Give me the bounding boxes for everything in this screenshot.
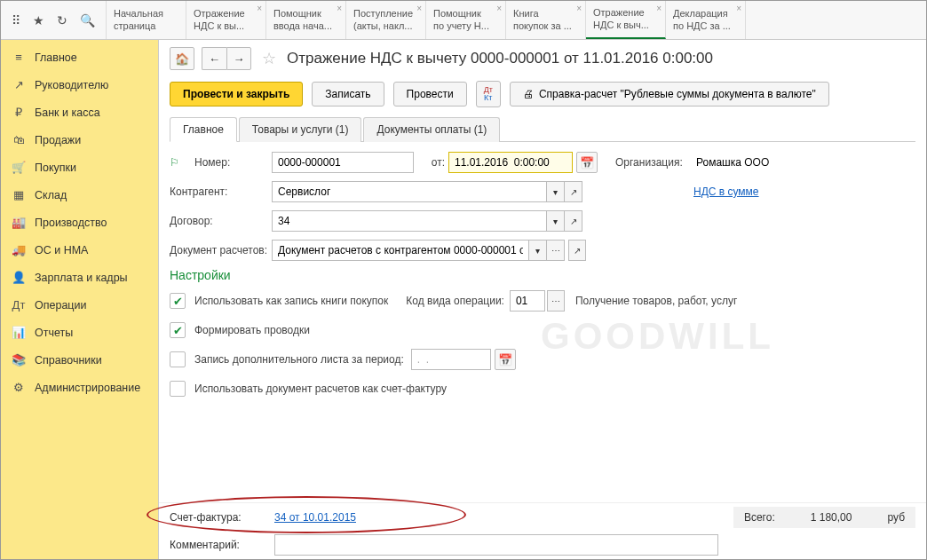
tab-line1: Книга (513, 8, 578, 20)
top-icons: ⠿ ★ ↻ 🔍 (1, 1, 107, 39)
docrasch-dots[interactable]: ⋯ (547, 240, 565, 261)
sidebar-icon: 👤 (12, 271, 26, 284)
org-input[interactable] (691, 152, 868, 173)
sidebar-icon: ₽ (12, 106, 26, 119)
footer-sf-row: Счет-фактура: 34 от 10.01.2015 Всего: 1 … (159, 502, 926, 531)
top-bar: ⠿ ★ ↻ 🔍 НачальнаястраницаОтражениеНДС к … (1, 1, 926, 40)
sidebar-item-11[interactable]: 📚Справочники (1, 346, 158, 374)
contragent-dropdown[interactable]: ▾ (547, 181, 565, 202)
contragent-input[interactable] (272, 181, 547, 202)
sidebar-icon: 🏭 (12, 216, 26, 229)
sidebar-icon: 🛒 (12, 161, 26, 174)
comment-input[interactable] (274, 534, 718, 556)
calendar-icon[interactable]: 📅 (576, 152, 598, 173)
sf-link[interactable]: 34 от 10.01.2015 (274, 511, 356, 524)
sidebar-item-5[interactable]: ▦Склад (1, 181, 158, 209)
sidebar-item-9[interactable]: ДтОперации (1, 291, 158, 319)
search-icon[interactable]: 🔍 (80, 13, 95, 28)
contract-input[interactable] (272, 210, 547, 232)
app-tab-2[interactable]: Помощникввода нача...× (266, 1, 346, 39)
sidebar-label: Отчеты (35, 327, 73, 339)
help-calc-button[interactable]: 🖨 Справка-расчет "Рублевые суммы докумен… (510, 82, 829, 106)
contract-open[interactable]: ↗ (565, 210, 582, 232)
chk-book[interactable] (170, 293, 186, 309)
contract-label: Договор: (170, 215, 272, 227)
sidebar-icon: ↗ (12, 78, 26, 91)
app-tab-4[interactable]: Помощникпо учету Н...× (426, 1, 506, 39)
tab-line1: Отражение (194, 8, 258, 20)
period-calendar-icon[interactable]: 📅 (495, 349, 516, 370)
docrasch-open[interactable]: ↗ (568, 240, 586, 261)
tab-close-icon[interactable]: × (736, 4, 741, 14)
contragent-open[interactable]: ↗ (565, 181, 582, 202)
flag-icon[interactable]: ⚐ (170, 156, 194, 169)
back-button[interactable]: ← (202, 47, 226, 70)
sidebar-item-6[interactable]: 🏭Производство (1, 209, 158, 236)
docrasch-label: Документ расчетов: (170, 244, 272, 256)
post-close-button[interactable]: Провести и закрыть (170, 82, 303, 106)
tab-line2: ввода нача... (273, 20, 338, 32)
app-tab-7[interactable]: Декларацияпо НДС за ...× (666, 1, 746, 39)
doc-header: 🏠 ← → ☆ Отражение НДС к вычету 0000-0000… (159, 40, 926, 77)
total-box: Всего: 1 180,00 руб (733, 507, 915, 528)
apps-icon[interactable]: ⠿ (12, 13, 20, 28)
footer-comment-row: Комментарий: (159, 531, 926, 559)
sidebar-icon: 🛍 (12, 133, 26, 146)
date-input[interactable] (448, 152, 573, 173)
post-button[interactable]: Провести (393, 82, 467, 106)
sidebar-item-12[interactable]: ⚙Администрирование (1, 374, 158, 401)
tab-line2: НДС к выч... (593, 20, 658, 31)
sidebar-item-3[interactable]: 🛍Продажи (1, 126, 158, 154)
inner-tab-2[interactable]: Документы оплаты (1) (363, 117, 500, 142)
inner-tab-1[interactable]: Товары и услуги (1) (239, 117, 362, 142)
sidebar-item-0[interactable]: ≡Главное (1, 43, 158, 71)
tab-close-icon[interactable]: × (416, 4, 422, 14)
chk-sf[interactable] (170, 381, 186, 397)
tab-close-icon[interactable]: × (496, 4, 502, 14)
inner-tab-0[interactable]: Главное (170, 117, 237, 142)
save-button[interactable]: Записать (312, 82, 384, 106)
sidebar-item-8[interactable]: 👤Зарплата и кадры (1, 264, 158, 291)
docrasch-input[interactable] (272, 240, 529, 261)
opcode-dots[interactable]: ⋯ (547, 290, 565, 312)
help-calc-label: Справка-расчет "Рублевые суммы документа… (539, 88, 816, 100)
chk-postings[interactable] (170, 322, 186, 338)
contract-dropdown[interactable]: ▾ (547, 210, 565, 232)
forward-button[interactable]: → (226, 47, 251, 70)
opcode-input[interactable] (510, 290, 545, 312)
tab-line1: Поступление (353, 8, 418, 20)
app-tab-6[interactable]: ОтражениеНДС к выч...× (586, 1, 666, 39)
tab-close-icon[interactable]: × (656, 4, 662, 14)
sidebar-item-1[interactable]: ↗Руководителю (1, 71, 158, 99)
sidebar-item-4[interactable]: 🛒Покупки (1, 154, 158, 181)
comment-label: Комментарий: (170, 539, 274, 551)
sidebar-label: Зарплата и кадры (35, 272, 128, 284)
total-value: 1 180,00 (811, 511, 852, 524)
tab-close-icon[interactable]: × (576, 4, 582, 14)
number-input[interactable] (272, 152, 414, 173)
app-tab-1[interactable]: ОтражениеНДС к вы...× (186, 1, 266, 39)
sidebar-item-10[interactable]: 📊Отчеты (1, 319, 158, 346)
app-tab-0[interactable]: Начальнаястраница (107, 1, 186, 39)
sidebar-item-7[interactable]: 🚚ОС и НМА (1, 236, 158, 264)
docrasch-dropdown[interactable]: ▾ (529, 240, 547, 261)
tab-close-icon[interactable]: × (257, 4, 262, 14)
tab-close-icon[interactable]: × (337, 4, 342, 14)
total-currency: руб (887, 511, 905, 524)
chk-addsheet-label: Запись дополнительного листа за период: (194, 353, 404, 366)
sidebar-item-2[interactable]: ₽Банк и касса (1, 99, 158, 126)
tab-line1: Начальная (114, 8, 178, 20)
history-icon[interactable]: ↻ (57, 13, 67, 28)
tab-line2: покупок за ... (513, 20, 578, 32)
nds-link[interactable]: НДС в сумме (693, 185, 759, 198)
from-label: от: (423, 156, 445, 169)
dtkt-button[interactable]: ДтКт (476, 81, 501, 107)
home-button[interactable]: 🏠 (170, 47, 194, 70)
nav-group: ← → (202, 47, 251, 70)
app-tab-5[interactable]: Книгапокупок за ...× (506, 1, 586, 39)
app-tab-3[interactable]: Поступление(акты, накл...× (346, 1, 426, 39)
chk-addsheet[interactable] (170, 351, 186, 367)
star-icon[interactable]: ★ (33, 13, 44, 28)
favorite-icon[interactable]: ☆ (258, 49, 280, 68)
chk-sf-label: Использовать документ расчетов как счет-… (194, 383, 447, 395)
